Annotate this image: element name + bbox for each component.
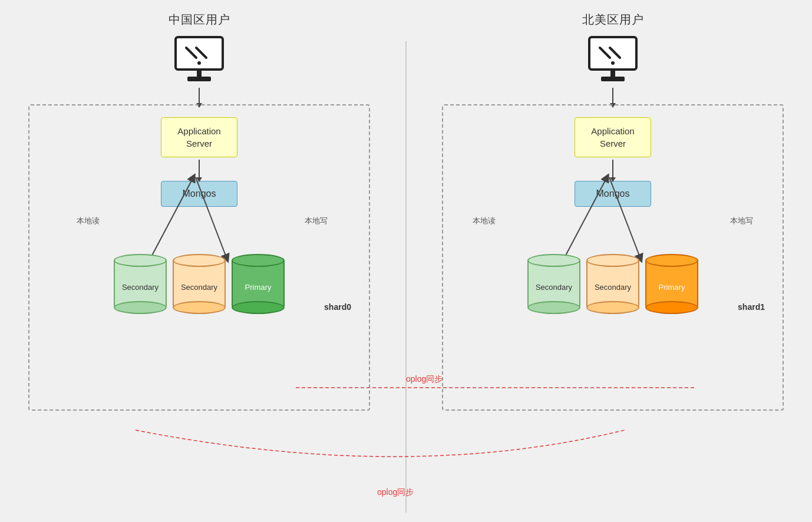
- china-db-row: Secondary Secondary: [41, 254, 357, 314]
- northam-region: 北美区用户 Application Server: [442, 12, 784, 411]
- china-region-label: 中国区用户: [169, 12, 230, 28]
- svg-point-5: [197, 61, 201, 65]
- svg-rect-3: [197, 70, 202, 77]
- northam-db-primary: Primary: [645, 254, 698, 314]
- china-db-area: 本地读 本地写: [41, 254, 357, 314]
- svg-line-6: [150, 177, 193, 259]
- northam-monitor-icon: [583, 35, 642, 88]
- china-app-server: Application Server: [161, 117, 237, 157]
- china-db-primary: Primary: [232, 254, 285, 314]
- china-monitor-arrow: [199, 88, 200, 104]
- svg-line-15: [609, 177, 641, 259]
- northam-db-secondary1: Secondary: [527, 254, 580, 314]
- svg-rect-4: [187, 77, 211, 81]
- northam-region-label: 北美区用户: [582, 12, 644, 28]
- svg-rect-12: [601, 77, 625, 81]
- china-db-secondary1: Secondary: [114, 254, 167, 314]
- svg-point-13: [611, 61, 615, 65]
- svg-line-14: [564, 177, 607, 259]
- northam-shard-label: shard1: [738, 302, 765, 312]
- china-db-secondary2: Secondary: [173, 254, 226, 314]
- china-shard-label: shard0: [324, 302, 351, 312]
- china-region: 中国区用户: [28, 12, 370, 411]
- svg-line-7: [196, 177, 227, 259]
- northam-db-secondary2: Secondary: [586, 254, 639, 314]
- china-arrows-svg: [41, 171, 357, 266]
- china-monitor-icon: [170, 35, 229, 88]
- northam-dashed-box: Application Server Mongos 本地读 本地写: [442, 104, 784, 411]
- diagram-container: 中国区用户: [0, 0, 812, 522]
- northam-app-server: Application Server: [575, 117, 651, 157]
- svg-rect-11: [610, 70, 615, 77]
- northam-db-row: Secondary Secondary: [455, 254, 771, 314]
- northam-monitor-arrow: [612, 88, 613, 104]
- vertical-divider: [405, 41, 407, 513]
- china-dashed-box: Application Server Mongos 本地读 本地写: [28, 104, 370, 411]
- northam-arrows-svg: [455, 171, 771, 266]
- northam-db-area: 本地读 本地写: [455, 254, 771, 314]
